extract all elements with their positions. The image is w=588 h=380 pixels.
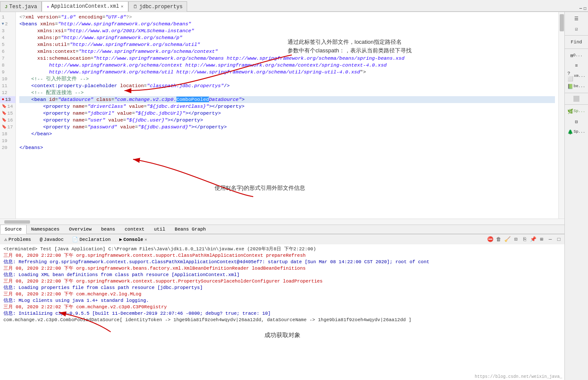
line-numbers: 1 ▼2 3 4 5 6 7 8 9 10 11 12 [0, 12, 16, 219]
line-num-11: 11 [0, 82, 15, 89]
tab-context[interactable]: context [120, 225, 149, 234]
right-icon-5[interactable]: ⊡ [567, 117, 586, 126]
scroll-lock-btn[interactable]: ⊡ [512, 236, 520, 243]
terminate-btn[interactable]: ⛔ [486, 236, 494, 243]
line-num-12: 12 [0, 89, 15, 96]
right-toolbar-btn-2[interactable]: ☑ [567, 24, 586, 33]
code-line-12: <!-- 配置连接池 --> [19, 89, 555, 96]
vertical-scrollbar[interactable] [558, 12, 564, 219]
code-line-17: <property name="password" value="${jdbc.… [19, 124, 555, 131]
right-icon-1[interactable]: ⊞ O... [567, 51, 586, 60]
console-line-3: 三月 08, 2020 2:22:00 下午 org.springframewo… [3, 265, 561, 272]
tab-application-context[interactable]: ✦ ApplicationContext.xml ✕ [42, 1, 128, 12]
right-icon-4[interactable]: 📗 be... [567, 82, 586, 91]
tree-icon: 🌲 [567, 129, 573, 135]
code-lines[interactable]: <?xml version="1.0" encoding="UTF-8"?> <… [16, 12, 558, 219]
line-num-5: 5 [0, 41, 15, 48]
tab-jdbc-props-label: jdbc.propertys [139, 4, 183, 10]
console-header: ⚠ Problems @ Javadoc 📄 Declaration ▶ Con… [0, 234, 564, 244]
maximize-icon[interactable]: □ [584, 6, 586, 11]
scroll-thumb-h[interactable] [4, 220, 30, 224]
line-num-1: 1 [0, 14, 15, 21]
console-content[interactable]: <terminated> Test [Java Application] C:\… [0, 244, 564, 380]
tab-console[interactable]: ▶ Console ✕ [117, 236, 150, 243]
divider-3 [565, 93, 588, 93]
code-line-18: </bean> [19, 131, 555, 137]
console-label: Console [124, 237, 143, 242]
remove-btn[interactable]: 🗑 [495, 236, 503, 243]
console-line-7: 三月 08, 2020 2:22:00 下午 com.mchange.v2.lo… [3, 291, 561, 298]
java-icon: J [5, 4, 8, 9]
line-num-4: 4 [0, 34, 15, 41]
console-arrow-svg [46, 310, 175, 336]
xml-icon: ✦ [46, 4, 49, 9]
console-line-5: 三月 08, 2020 2:22:00 下午 org.springframewo… [3, 278, 561, 285]
tab-jdbc-props[interactable]: 🗒 jdbc.propertys [128, 1, 188, 12]
code-line-14: <property name="driverClass" value="${jd… [19, 103, 555, 110]
line-num-7: 7 [0, 55, 15, 62]
right-icon-6[interactable]: 🌲 Sp... [567, 127, 586, 137]
line-num-19: 19 [0, 137, 15, 144]
code-line-3: xmlns:xsi="http://www.w3.org/2001/XMLSch… [19, 27, 555, 34]
console-line-8: 信息: MLog clients using java 1.4+ standar… [3, 298, 561, 304]
collapse-icon[interactable] [573, 96, 579, 102]
tab-application-context-label: ApplicationContext.xml [51, 3, 119, 9]
xm-label: xm... [574, 74, 585, 78]
horizontal-scrollbar[interactable] [0, 219, 564, 225]
code-line-13: <bean id="dataSource" class="com.mchange… [19, 96, 555, 103]
clear-btn[interactable]: 🧹 [503, 236, 511, 243]
tab-beans[interactable]: beans [96, 225, 120, 234]
line-num-16: 🔖16 [0, 117, 15, 124]
console-minimize-btn[interactable]: ─ [546, 236, 554, 243]
tab-namespaces[interactable]: Namespaces [27, 225, 64, 234]
code-line-20: </beans> [19, 144, 555, 151]
word-wrap-btn[interactable]: ⎘ [521, 236, 528, 243]
line-num-15: 🔖15 [0, 110, 15, 117]
line-num-18: 18 [0, 131, 15, 137]
line-num-8: 8 [0, 62, 15, 69]
console-toolbar: ⛔ 🗑 🧹 ⊡ ⎘ 📌 ⊞ ─ □ [486, 236, 563, 243]
divider-4 [565, 104, 588, 105]
spring-icon[interactable]: 🌿 Sp... [567, 106, 586, 116]
pin-btn[interactable]: 📌 [529, 236, 537, 243]
tab-bar: J Test.java ✦ ApplicationContext.xml ✕ 🗒… [0, 0, 588, 12]
tab-source[interactable]: Source [0, 225, 27, 234]
right-icon-2[interactable]: ≡ [567, 61, 586, 70]
tab-problems[interactable]: ⚠ Problems [2, 236, 33, 243]
code-line-19 [19, 137, 555, 144]
console-line-9: 三月 08, 2020 2:22:02 下午 com.mchange.v2.c3… [3, 304, 561, 310]
watermark: https://blog.csdn.net/weixin_java_ [475, 374, 562, 379]
tab-declaration[interactable]: 📄 Declaration [70, 236, 113, 243]
tab-overview[interactable]: Overview [64, 225, 97, 234]
tab-util[interactable]: util [149, 225, 170, 234]
console-icon: ▶ [119, 237, 122, 242]
line-num-13: ●13 [0, 96, 15, 103]
code-line-5: xmlns:util="http://www.springframework.o… [19, 41, 555, 48]
line-num-17: 🔖17 [0, 124, 15, 131]
question-icon: ?⬜ [567, 71, 574, 82]
code-line-15: <property name="jdbcUrl" value="${jdbc.j… [19, 110, 555, 117]
tab-test-java[interactable]: J Test.java [0, 1, 42, 12]
console-menu-btn[interactable]: ⊞ [538, 236, 546, 243]
close-icon[interactable]: ✕ [121, 4, 123, 9]
line-num-20: 20 [0, 144, 15, 151]
tab-javadoc[interactable]: @ Javadoc [37, 236, 66, 243]
task-icon: ☑ [575, 26, 578, 32]
grid-label: O... [573, 53, 583, 58]
right-icon-3[interactable]: ?⬜ xm... [567, 71, 586, 81]
javadoc-icon: @ [39, 237, 42, 242]
declaration-label: Declaration [79, 237, 111, 242]
javadoc-label: Javadoc [44, 237, 64, 242]
console-close[interactable]: ✕ [145, 237, 147, 242]
minimize-icon[interactable]: ─ [579, 6, 582, 11]
console-maximize-btn[interactable]: □ [555, 236, 563, 243]
find-btn[interactable]: Find [567, 37, 586, 47]
tab-test-java-label: Test.java [9, 4, 37, 10]
right-toolbar-btn-1[interactable]: ☰ [567, 14, 586, 23]
sp-label: Sp... [573, 109, 585, 113]
book-icon: 📗 [567, 84, 573, 89]
console-line-2: 信息: Refreshing org.springframework.conte… [3, 259, 561, 265]
list-icon: ≡ [575, 63, 578, 68]
scroll-thumb-v[interactable] [560, 14, 564, 31]
tab-beans-graph[interactable]: Beans Graph [170, 225, 211, 234]
